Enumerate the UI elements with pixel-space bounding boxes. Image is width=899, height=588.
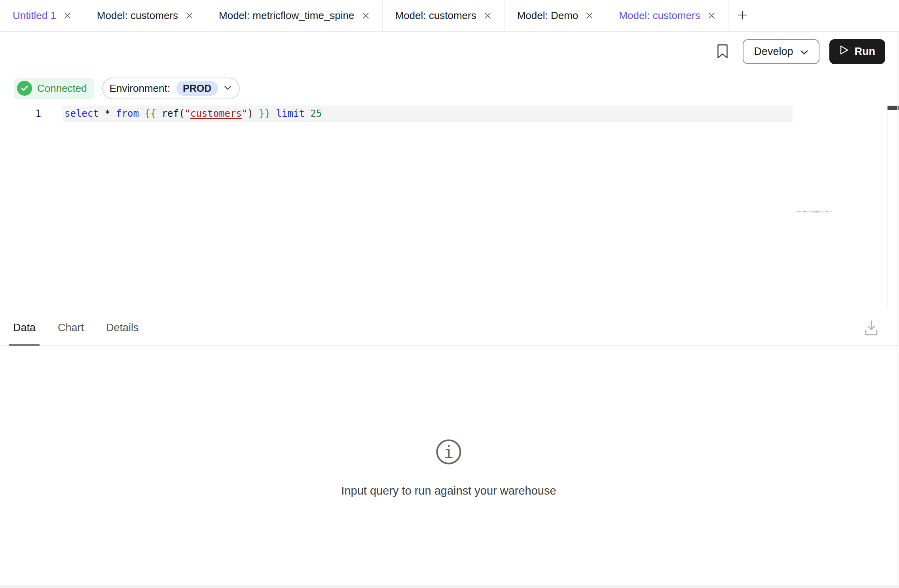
environment-label: Environment: [110,82,170,95]
tab-model-demo[interactable]: Model: Demo [505,0,607,31]
editor-gutter: 1 [0,106,63,121]
svg-text:i: i [444,443,453,462]
close-icon[interactable] [64,12,71,19]
scrollbar-thumb[interactable] [888,106,899,110]
editor-active-line[interactable]: select * from {{ ref("customers") }} lim… [63,106,793,121]
chevron-down-icon [224,85,231,91]
results-empty-state: i Input query to run against your wareho… [0,438,897,497]
environment-selector[interactable]: Environment: PROD [102,78,240,99]
tab-label: Model: customers [97,9,178,22]
tab-label: Untitled 1 [13,9,56,22]
info-icon: i [435,438,462,465]
code-token: select [64,108,99,119]
connection-status-bar: Connected Environment: PROD [0,72,899,105]
tab-label: Model: metricflow_time_spine [219,9,354,22]
editor-tab-bar: Untitled 1 Model: customers Model: metri… [0,0,899,32]
develop-label: Develop [754,46,793,58]
code-token: }} [259,108,270,119]
bottom-edge-strip [0,585,899,588]
environment-value-chip: PROD [176,81,218,96]
connected-label: Connected [37,82,87,95]
check-circle-icon [17,81,32,96]
close-icon[interactable] [186,12,193,19]
tab-model-customers-2[interactable]: Model: customers [383,0,505,31]
results-panel: Data Chart Details i Input query to run … [0,310,899,585]
bookmark-icon[interactable] [717,44,728,59]
tab-label: Model: Demo [517,9,578,22]
tab-model-customers-1[interactable]: Model: customers [84,0,206,31]
code-token: from [116,108,139,119]
tab-model-metricflow-time-spine[interactable]: Model: metricflow_time_spine [206,0,382,31]
tab-data[interactable]: Data [9,310,40,345]
app-root: Untitled 1 Model: customers Model: metri… [0,0,899,588]
editor-minimap: select * from {{ ref("customers") }} lim… [796,211,834,212]
results-tab-bar: Data Chart Details [0,310,899,346]
code-token: limit [276,108,305,119]
plus-icon [737,9,748,22]
download-icon[interactable] [864,320,878,336]
play-icon [839,45,849,58]
connected-badge: Connected [14,78,94,99]
tab-untitled-1[interactable]: Untitled 1 [0,0,84,31]
sql-editor[interactable]: 1 select * from {{ ref("customers") }} l… [0,105,899,310]
code-token: * [104,108,110,119]
line-number: 1 [0,106,63,121]
close-icon[interactable] [708,12,715,19]
tab-chart[interactable]: Chart [54,310,88,345]
run-button[interactable]: Run [829,39,885,64]
ref-model-link[interactable]: customers [190,108,242,119]
tab-details[interactable]: Details [102,310,143,345]
right-edge-divider [897,32,898,585]
tab-label: Model: customers [395,9,476,22]
close-icon[interactable] [484,12,491,19]
close-icon[interactable] [586,12,593,19]
code-token: 25 [310,108,322,119]
tab-model-customers-3[interactable]: Model: customers [606,0,728,31]
chevron-down-icon [800,46,808,58]
code-token: {{ [144,108,156,119]
tab-label: Model: customers [619,9,700,22]
close-icon[interactable] [362,12,370,19]
empty-state-message: Input query to run against your warehous… [0,484,897,497]
develop-button[interactable]: Develop [743,39,819,64]
toolbar: Develop Run [0,32,899,71]
run-label: Run [855,46,875,58]
new-tab-button[interactable] [728,0,757,31]
code-token: ref( [162,108,185,119]
